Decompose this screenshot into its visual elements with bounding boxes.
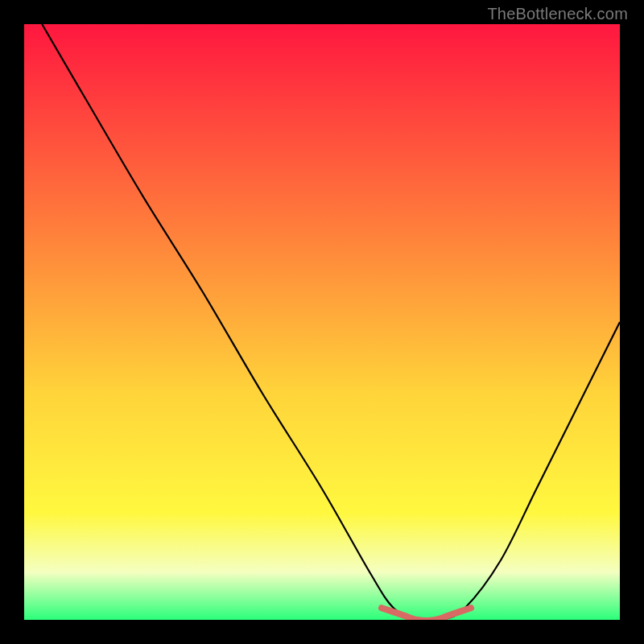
curve-line [42,24,620,620]
bottleneck-curve [24,24,620,620]
plot-area [24,24,620,620]
optimal-range-marker [382,608,471,620]
chart-frame: TheBottleneck.com [0,0,644,644]
watermark-text: TheBottleneck.com [487,5,628,23]
